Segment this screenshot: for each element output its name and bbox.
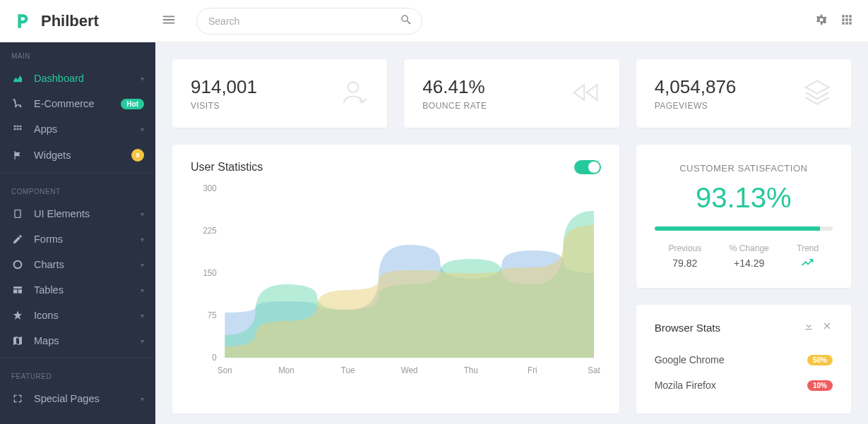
svg-text:300: 300: [203, 183, 217, 193]
svg-text:Mon: Mon: [278, 365, 295, 375]
main-content: 914,001VISITS46.41%BOUNCE RATE4,054,876P…: [155, 42, 868, 424]
svg-text:150: 150: [203, 268, 217, 278]
stat-value: 4,054,876: [655, 76, 802, 98]
sidebar-item-dashboard[interactable]: Dashboard▾: [0, 66, 155, 91]
sidebar-item-tables[interactable]: Tables▾: [0, 277, 155, 303]
chevron-down-icon: ▾: [141, 286, 144, 294]
sidebar-item-apps[interactable]: Apps▾: [0, 116, 155, 142]
browser-name: Google Chrome: [655, 354, 725, 365]
svg-text:Son: Son: [218, 365, 232, 375]
stat-val: +14.29: [730, 258, 769, 269]
chevron-down-icon: ▾: [141, 236, 144, 243]
nav-section-title: COMPONENT: [0, 178, 155, 201]
sidebar-item-label: Charts: [34, 259, 131, 270]
menu-toggle[interactable]: [155, 6, 182, 36]
browser-stats-card: Browser Stats Google Chrome50%Mozila Fir…: [636, 305, 851, 413]
sidebar-item-label: Widgets: [34, 150, 121, 161]
sidebar-item-forms[interactable]: Forms▾: [0, 226, 155, 252]
header-actions: [814, 13, 854, 30]
chevron-down-icon: ▾: [141, 337, 144, 345]
stat-value: 46.41%: [422, 76, 569, 98]
sidebar-item-charts[interactable]: Charts▾: [0, 252, 155, 277]
sidebar-item-label: Dashboard: [34, 73, 131, 84]
rewind-icon: [570, 77, 601, 111]
chevron-down-icon: ▾: [141, 75, 144, 83]
stat-key: Previous: [668, 243, 701, 253]
satisfaction-stat: % Change+14.29: [730, 243, 769, 269]
sidebar: MAINDashboard▾E-CommerceHotApps▾Widgets8…: [0, 42, 155, 424]
search-input[interactable]: [196, 8, 422, 35]
svg-text:225: 225: [203, 226, 217, 236]
stat-label: PAGEVIEWS: [655, 101, 802, 111]
table-icon: [11, 284, 24, 296]
browser-name: Mozila Firefox: [655, 380, 716, 391]
stat-card-bounce-rate: 46.41%BOUNCE RATE: [404, 59, 619, 128]
sidebar-item-label: UI Elements: [34, 208, 131, 219]
tablet-icon: [11, 208, 24, 219]
stat-label: VISITS: [191, 101, 338, 111]
stat-val: 79.82: [668, 258, 701, 269]
svg-text:Sat: Sat: [588, 365, 600, 375]
sidebar-item-label: Special Pages: [34, 393, 131, 404]
svg-text:Thu: Thu: [464, 365, 478, 375]
chart-title: User Statistics: [191, 161, 263, 174]
badge: 8: [131, 149, 144, 162]
download-icon[interactable]: [803, 320, 814, 334]
chevron-down-icon: ▾: [141, 312, 144, 320]
stat-key: Trend: [797, 243, 819, 253]
area-chart-icon: [11, 73, 24, 84]
header: Philbert: [0, 0, 868, 42]
chart-toggle[interactable]: [574, 160, 601, 174]
search-wrap: [196, 8, 422, 35]
satisfaction-progress: [655, 226, 833, 231]
satisfaction-card: CUSTOMER SATISFACTION 93.13% Previous79.…: [636, 145, 851, 288]
satisfaction-value: 93.13%: [655, 182, 833, 214]
stat-key: % Change: [730, 243, 769, 253]
svg-text:75: 75: [208, 310, 217, 320]
stat-value: 914,001: [191, 76, 338, 98]
brand-name: Philbert: [41, 12, 99, 30]
user-statistics-card: User Statistics 075150225300SonMonTueWed…: [172, 145, 619, 413]
close-icon[interactable]: [821, 320, 833, 334]
browser-row: Google Chrome50%: [655, 347, 833, 372]
sidebar-item-e-commerce[interactable]: E-CommerceHot: [0, 91, 155, 116]
browser-pct: 50%: [807, 355, 833, 365]
sidebar-item-label: E-Commerce: [34, 98, 111, 109]
browser-title: Browser Stats: [655, 322, 803, 334]
chevron-down-icon: ▾: [141, 126, 144, 133]
svg-text:Tue: Tue: [341, 365, 355, 375]
sidebar-item-label: Apps: [34, 123, 131, 135]
nav-section-title: MAIN: [0, 42, 155, 66]
svg-point-0: [14, 261, 22, 269]
browser-pct: 10%: [807, 380, 833, 391]
sidebar-item-label: Forms: [34, 234, 131, 245]
sidebar-item-widgets[interactable]: Widgets8: [0, 142, 155, 169]
apps-icon[interactable]: [840, 13, 854, 30]
satisfaction-stat: Trend: [797, 243, 819, 269]
stat-card-pageviews: 4,054,876PAGEVIEWS: [636, 59, 851, 128]
sidebar-item-maps[interactable]: Maps▾: [0, 328, 155, 353]
chevron-down-icon: ▾: [141, 261, 144, 269]
chart-body: 075150225300SonMonTueWedThuFriSat: [191, 181, 601, 379]
satisfaction-title: CUSTOMER SATISFACTION: [655, 163, 833, 174]
stat-val: [797, 258, 819, 269]
sidebar-item-special-pages[interactable]: Special Pages▾: [0, 386, 155, 411]
satisfaction-stat: Previous79.82: [668, 243, 701, 269]
cart-icon: [11, 98, 24, 109]
logo-icon: [14, 11, 34, 31]
sidebar-item-ui-elements[interactable]: UI Elements▾: [0, 201, 155, 226]
sidebar-item-icons[interactable]: Icons▾: [0, 303, 155, 328]
svg-text:Fri: Fri: [528, 365, 537, 375]
svg-text:Wed: Wed: [401, 365, 418, 375]
gear-icon[interactable]: [814, 13, 828, 30]
browser-row: Mozila Firefox10%: [655, 372, 833, 398]
sidebar-item-label: Icons: [34, 310, 131, 321]
sidebar-item-label: Maps: [34, 335, 131, 346]
ring-icon: [11, 259, 24, 270]
svg-text:0: 0: [212, 353, 217, 363]
expand-icon: [11, 393, 24, 404]
map-icon: [11, 335, 24, 346]
logo[interactable]: Philbert: [14, 11, 155, 31]
chevron-down-icon: ▾: [141, 395, 144, 403]
stat-card-visits: 914,001VISITS: [172, 59, 387, 128]
